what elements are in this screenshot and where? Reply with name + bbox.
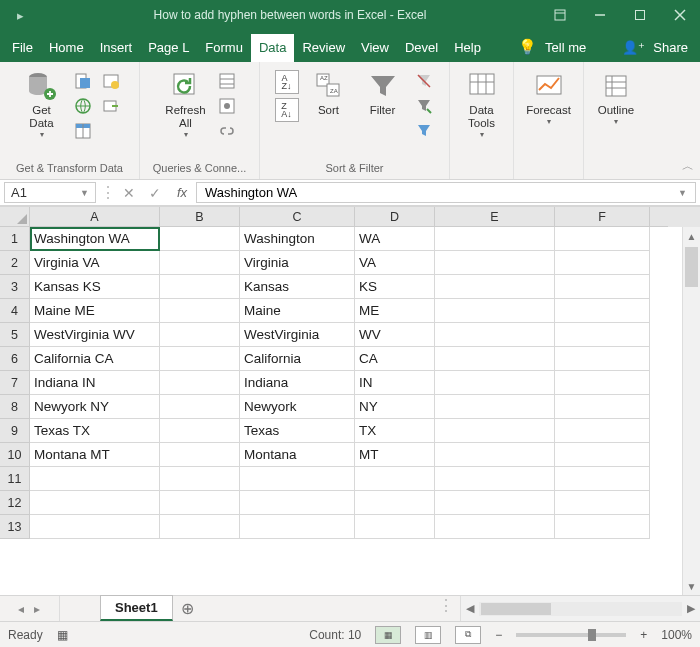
cell-F9[interactable] — [555, 419, 650, 443]
cell-C4[interactable]: Maine — [240, 299, 355, 323]
cell-B2[interactable] — [160, 251, 240, 275]
tab-formulas[interactable]: Formu — [197, 34, 251, 62]
cell-F1[interactable] — [555, 227, 650, 251]
recent-sources-icon[interactable] — [100, 70, 122, 92]
cell-E12[interactable] — [435, 491, 555, 515]
cell-A5[interactable]: WestVirginia WV — [30, 323, 160, 347]
cell-F12[interactable] — [555, 491, 650, 515]
cell-A12[interactable] — [30, 491, 160, 515]
chevron-down-icon[interactable]: ▼ — [80, 188, 89, 198]
cell-F11[interactable] — [555, 467, 650, 491]
filter-button[interactable]: Filter — [359, 66, 407, 119]
cell-F2[interactable] — [555, 251, 650, 275]
cell-B9[interactable] — [160, 419, 240, 443]
from-table-range-icon[interactable] — [72, 120, 94, 142]
row-header-5[interactable]: 5 — [0, 323, 30, 347]
tab-home[interactable]: Home — [41, 34, 92, 62]
fx-icon[interactable]: fx — [168, 180, 196, 205]
cell-C6[interactable]: California — [240, 347, 355, 371]
cell-A11[interactable] — [30, 467, 160, 491]
edit-links-icon[interactable] — [216, 120, 238, 142]
cell-E10[interactable] — [435, 443, 555, 467]
sort-button[interactable]: AZZA Sort — [305, 66, 353, 119]
zoom-out-button[interactable]: − — [495, 628, 502, 642]
lightbulb-icon[interactable]: 💡 — [518, 38, 537, 56]
cell-A10[interactable]: Montana MT — [30, 443, 160, 467]
cell-D10[interactable]: MT — [355, 443, 435, 467]
cell-E3[interactable] — [435, 275, 555, 299]
view-page-break-icon[interactable]: ⧉ — [455, 626, 481, 644]
name-box[interactable]: A1 ▼ — [4, 182, 96, 203]
zoom-level[interactable]: 100% — [661, 628, 692, 642]
cell-C8[interactable]: Newyork — [240, 395, 355, 419]
cell-B7[interactable] — [160, 371, 240, 395]
row-header-8[interactable]: 8 — [0, 395, 30, 419]
cell-D3[interactable]: KS — [355, 275, 435, 299]
cell-D11[interactable] — [355, 467, 435, 491]
row-header-11[interactable]: 11 — [0, 467, 30, 491]
maximize-icon[interactable] — [620, 0, 660, 30]
scroll-down-icon[interactable]: ▼ — [683, 577, 700, 595]
cell-D7[interactable]: IN — [355, 371, 435, 395]
tab-insert[interactable]: Insert — [92, 34, 141, 62]
forecast-button[interactable]: Forecast ▾ — [522, 66, 575, 128]
row-header-6[interactable]: 6 — [0, 347, 30, 371]
col-header-C[interactable]: C — [240, 207, 355, 227]
col-header-D[interactable]: D — [355, 207, 435, 227]
sort-desc-button[interactable]: ZA↓ — [275, 98, 299, 122]
cell-C7[interactable]: Indiana — [240, 371, 355, 395]
col-header-A[interactable]: A — [30, 207, 160, 227]
cell-F8[interactable] — [555, 395, 650, 419]
scroll-thumb[interactable] — [685, 247, 698, 287]
cell-E7[interactable] — [435, 371, 555, 395]
cell-C9[interactable]: Texas — [240, 419, 355, 443]
row-header-13[interactable]: 13 — [0, 515, 30, 539]
cell-A13[interactable] — [30, 515, 160, 539]
cell-A1[interactable]: Washington WA — [30, 227, 160, 251]
cell-C11[interactable] — [240, 467, 355, 491]
select-all-corner[interactable] — [0, 207, 30, 227]
tab-developer[interactable]: Devel — [397, 34, 446, 62]
view-page-layout-icon[interactable]: ▥ — [415, 626, 441, 644]
from-web-icon[interactable] — [72, 95, 94, 117]
formula-input[interactable]: Washington WA ▼ — [196, 182, 696, 203]
scroll-left-icon[interactable]: ◀ — [461, 602, 479, 615]
cell-C2[interactable]: Virginia — [240, 251, 355, 275]
sort-asc-button[interactable]: AZ↓ — [275, 70, 299, 94]
queries-connections-icon[interactable] — [216, 70, 238, 92]
cell-A4[interactable]: Maine ME — [30, 299, 160, 323]
cell-A9[interactable]: Texas TX — [30, 419, 160, 443]
scroll-right-icon[interactable]: ▶ — [682, 602, 700, 615]
sheet-nav[interactable]: ◂ ▸ — [0, 596, 60, 621]
row-header-4[interactable]: 4 — [0, 299, 30, 323]
cell-B8[interactable] — [160, 395, 240, 419]
cell-E2[interactable] — [435, 251, 555, 275]
cell-C10[interactable]: Montana — [240, 443, 355, 467]
get-data-button[interactable]: Get Data ▾ — [18, 66, 66, 141]
share-button[interactable]: Share — [653, 40, 688, 55]
row-header-12[interactable]: 12 — [0, 491, 30, 515]
cell-E9[interactable] — [435, 419, 555, 443]
cell-A7[interactable]: Indiana IN — [30, 371, 160, 395]
cell-B13[interactable] — [160, 515, 240, 539]
cell-C1[interactable]: Washington — [240, 227, 355, 251]
tab-review[interactable]: Review — [294, 34, 353, 62]
col-header-B[interactable]: B — [160, 207, 240, 227]
cell-C3[interactable]: Kansas — [240, 275, 355, 299]
cell-B12[interactable] — [160, 491, 240, 515]
cell-D12[interactable] — [355, 491, 435, 515]
properties-icon[interactable] — [216, 95, 238, 117]
macro-record-icon[interactable]: ▦ — [57, 628, 68, 642]
cell-F5[interactable] — [555, 323, 650, 347]
cell-E6[interactable] — [435, 347, 555, 371]
advanced-filter-icon[interactable] — [413, 120, 435, 142]
cell-A6[interactable]: California CA — [30, 347, 160, 371]
cell-B4[interactable] — [160, 299, 240, 323]
zoom-slider[interactable] — [516, 633, 626, 637]
cell-D8[interactable]: NY — [355, 395, 435, 419]
cell-D4[interactable]: ME — [355, 299, 435, 323]
cell-D2[interactable]: VA — [355, 251, 435, 275]
row-header-3[interactable]: 3 — [0, 275, 30, 299]
existing-connections-icon[interactable] — [100, 95, 122, 117]
row-header-2[interactable]: 2 — [0, 251, 30, 275]
